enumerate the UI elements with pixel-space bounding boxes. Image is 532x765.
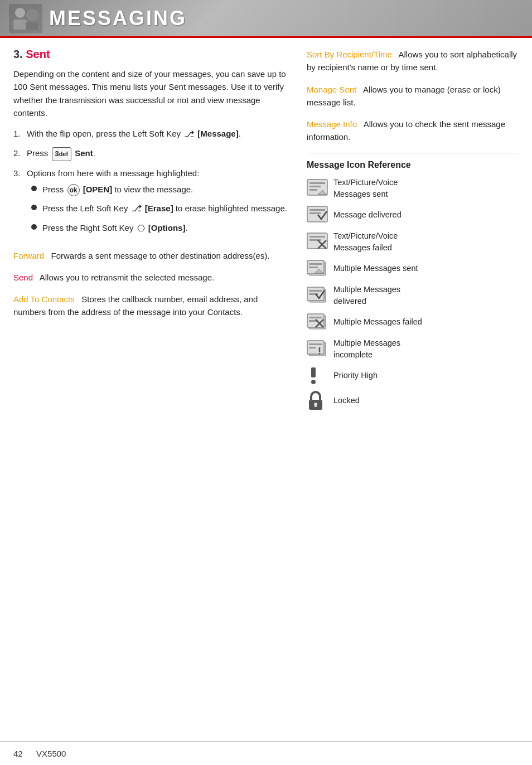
term-message-info: Message Info — [307, 119, 357, 129]
bullet-2-text: Press the Left Soft Key ⎇ [Erase] to era… — [42, 202, 287, 216]
svg-point-40 — [311, 380, 316, 384]
term-manage-sent: Manage Sent — [307, 85, 356, 94]
svg-rect-8 — [309, 189, 317, 191]
feature-sort-text: Sort By Recipient/Time Allows you to sor… — [307, 48, 519, 74]
section-number: 3. — [13, 48, 23, 60]
left-softkey-icon: ⎇ — [184, 128, 194, 142]
left-column: 3. Sent Depending on the content and siz… — [13, 48, 291, 417]
icon-row-multi-delivered: Multiple Messagesdelivered — [307, 284, 519, 307]
icon-msg-failed — [307, 233, 333, 251]
multi-delivered-icon — [307, 286, 328, 305]
svg-point-38 — [319, 352, 321, 354]
page-header: MESSAGING — [0, 0, 532, 38]
left-softkey-icon-2: ⎇ — [132, 202, 142, 216]
step-2: 2. Press 3def Sent. — [13, 147, 291, 161]
icon-row-priority-high: Priority High — [307, 366, 519, 385]
term-add-contacts: Add To Contacts — [13, 294, 75, 304]
svg-rect-2 — [13, 20, 27, 30]
feature-message-info: Message Info Allows you to check the sen… — [307, 118, 519, 144]
icon-text-multi-incomplete: Multiple Messagesincomplete — [333, 337, 400, 361]
svg-rect-11 — [309, 209, 325, 211]
icon-row-msg-failed: Text/Picture/VoiceMessages failed — [307, 230, 519, 254]
icon-text-msg-sent: Text/Picture/VoiceMessages sent — [333, 177, 398, 200]
section-title: Sent — [26, 48, 50, 60]
step-2-text: Press 3def Sent. — [27, 147, 95, 161]
feature-add-contacts-text: Add To Contacts Stores the callback numb… — [13, 293, 291, 319]
svg-rect-7 — [309, 186, 321, 187]
step-1-text: With the flip open, press the Left Soft … — [27, 127, 241, 141]
multi-incomplete-icon — [307, 340, 328, 359]
svg-rect-35 — [309, 343, 322, 345]
svg-rect-39 — [311, 367, 316, 377]
bullet-list: Press ok [OPEN] to view the message. Pre… — [31, 183, 287, 236]
icon-msg-sent — [307, 179, 333, 198]
icon-ref-table: Text/Picture/VoiceMessages sent Message … — [307, 177, 519, 411]
icon-text-multi-sent: Multiple Messages sent — [333, 263, 418, 274]
svg-rect-12 — [309, 212, 321, 214]
svg-rect-20 — [309, 263, 322, 265]
step-3: 3. Options from here with a message high… — [13, 167, 291, 241]
section-heading: 3. Sent — [13, 48, 291, 61]
term-send: Send — [13, 273, 33, 282]
term-sort: Sort By Recipient/Time — [307, 50, 392, 59]
icon-multi-delivered — [307, 286, 333, 305]
msg-delivered-icon — [307, 206, 328, 225]
icon-row-multi-incomplete: Multiple Messagesincomplete — [307, 337, 519, 361]
step-1-number: 1. — [13, 127, 27, 140]
bullet-1-text: Press ok [OPEN] to view the message. — [42, 183, 193, 196]
svg-rect-25 — [309, 290, 322, 292]
bullet-3: Press the Right Soft Key ⎔ [Options]. — [31, 221, 287, 235]
icon-row-locked: Locked — [307, 391, 519, 411]
feature-send: Send Allows you to retransmit the select… — [13, 271, 291, 284]
svg-rect-36 — [309, 347, 316, 348]
icon-text-msg-failed: Text/Picture/VoiceMessages failed — [333, 230, 398, 254]
section-divider — [307, 153, 519, 153]
icon-text-priority-high: Priority High — [333, 370, 378, 381]
icon-row-msg-sent: Text/Picture/VoiceMessages sent — [307, 177, 519, 200]
right-column: Sort By Recipient/Time Allows you to sor… — [307, 48, 519, 417]
svg-rect-6 — [309, 182, 325, 184]
icon-text-multi-failed: Multiple Messages failed — [333, 316, 422, 328]
feature-manage-sent-text: Manage Sent Allows you to manage (erase … — [307, 83, 519, 109]
ok-key: ok — [67, 184, 80, 196]
icon-text-locked: Locked — [333, 395, 360, 406]
icon-ref-heading: Message Icon Reference — [307, 160, 519, 170]
icon-text-multi-delivered: Multiple Messagesdelivered — [333, 284, 400, 307]
step-2-sent: Sent — [75, 148, 93, 158]
msg-failed-icon — [307, 233, 328, 251]
icon-multi-incomplete — [307, 340, 333, 359]
svg-rect-29 — [309, 317, 322, 318]
step-3-text: Options from here with a message highlig… — [27, 167, 287, 241]
step-1-key-label: [Message] — [197, 129, 238, 138]
main-content: 3. Sent Depending on the content and siz… — [0, 38, 532, 428]
icon-row-msg-delivered: Message delivered — [307, 206, 519, 225]
msg-sent-icon — [307, 179, 328, 198]
multi-failed-icon — [307, 313, 328, 332]
feature-manage-sent: Manage Sent Allows you to manage (erase … — [307, 83, 519, 109]
bullet-dot-2 — [31, 205, 37, 210]
step-2-number: 2. — [13, 147, 27, 159]
svg-rect-14 — [309, 236, 325, 238]
icon-priority-high — [307, 366, 333, 385]
icon-msg-delivered — [307, 206, 333, 225]
bullet-3-text: Press the Right Soft Key ⎔ [Options]. — [42, 221, 188, 235]
page-footer: 42 VX5500 — [0, 741, 532, 765]
term-forward: Forward — [13, 251, 44, 260]
page-title: MESSAGING — [49, 7, 187, 30]
footer-spacer — [27, 749, 32, 758]
icon-multi-sent — [307, 259, 333, 278]
bullet-2: Press the Left Soft Key ⎇ [Erase] to era… — [31, 202, 287, 216]
step-1: 1. With the flip open, press the Left So… — [13, 127, 291, 141]
feature-add-contacts: Add To Contacts Stores the callback numb… — [13, 293, 291, 319]
icon-multi-failed — [307, 313, 333, 332]
multi-sent-icon — [307, 259, 328, 278]
icon-locked — [307, 391, 333, 411]
feature-sort: Sort By Recipient/Time Allows you to sor… — [307, 48, 519, 74]
right-softkey-icon: ⎔ — [137, 222, 145, 236]
svg-point-1 — [15, 8, 25, 18]
feature-forward-text: Forward Forwards a sent message to other… — [13, 249, 291, 262]
feature-message-info-text: Message Info Allows you to check the sen… — [307, 118, 519, 144]
icon-text-msg-delivered: Message delivered — [333, 209, 402, 221]
svg-rect-43 — [315, 404, 317, 407]
svg-rect-4 — [26, 22, 38, 30]
